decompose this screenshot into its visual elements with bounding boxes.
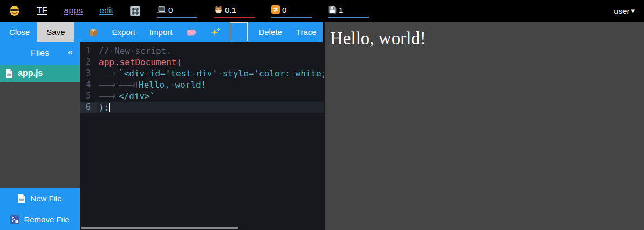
user-menu[interactable]: user ▾ bbox=[614, 6, 635, 16]
code-line[interactable]: ); bbox=[97, 102, 324, 113]
soap-icon[interactable] bbox=[186, 28, 196, 36]
delete-button[interactable]: Delete bbox=[258, 27, 282, 37]
code-token: Hello,·world! bbox=[139, 80, 206, 90]
code-token: app bbox=[99, 57, 114, 67]
line-number: 6 bbox=[80, 102, 97, 113]
hamster-icon bbox=[214, 6, 223, 14]
space-whitespace-marker: · bbox=[109, 46, 114, 56]
new-file-button[interactable]: New File bbox=[0, 188, 80, 209]
text-cursor bbox=[109, 103, 110, 112]
hamster-counter-input[interactable]: 0.1 bbox=[214, 4, 255, 18]
preview-heading: Hello, world! bbox=[330, 29, 644, 48]
code-lines: //·New·script.app.setDocument(`<div·id='… bbox=[97, 45, 324, 113]
editor-toolbar: Close Save Export Import Delete Trace bbox=[0, 22, 323, 42]
space-whitespace-marker: · bbox=[217, 68, 223, 79]
file-item-appjs[interactable]: app.js bbox=[0, 65, 80, 82]
space-whitespace-marker: · bbox=[130, 46, 135, 56]
export-button[interactable]: Export bbox=[112, 27, 135, 37]
line-number: 5 bbox=[80, 90, 97, 102]
new-file-label: New File bbox=[30, 194, 61, 203]
close-button[interactable]: Close bbox=[9, 27, 30, 37]
line-number: 3 bbox=[80, 68, 97, 79]
code-token: ( bbox=[177, 57, 182, 67]
remove-file-icon bbox=[10, 215, 19, 224]
caret-down-icon: ▾ bbox=[631, 6, 635, 16]
laptop-counter-input[interactable]: 0 bbox=[157, 4, 197, 18]
space-whitespace-marker: · bbox=[170, 80, 175, 90]
package-icon[interactable] bbox=[88, 27, 98, 37]
laptop-icon bbox=[157, 6, 166, 14]
blank-toolbar-button[interactable] bbox=[230, 22, 248, 41]
code-token: setDocument bbox=[120, 57, 177, 67]
save-button[interactable]: Save bbox=[37, 22, 74, 42]
counter-value: 0.1 bbox=[225, 5, 236, 15]
tab-whitespace-marker bbox=[119, 82, 137, 88]
file-icon bbox=[5, 69, 13, 78]
sunglasses-face-icon[interactable] bbox=[9, 5, 20, 16]
file-name: app.js bbox=[18, 68, 43, 78]
line-number-gutter: 123456 bbox=[80, 45, 97, 113]
code-token: ); bbox=[99, 102, 109, 113]
code-token: </div>` bbox=[119, 91, 155, 101]
new-file-icon bbox=[18, 194, 25, 203]
tab-whitespace-marker bbox=[99, 94, 117, 99]
import-button[interactable]: Import bbox=[149, 27, 173, 37]
counter-value: 0 bbox=[168, 5, 173, 15]
code-token: `<div·id='test-div'·style='color:·white;… bbox=[119, 68, 324, 79]
code-line[interactable]: </div>` bbox=[97, 90, 324, 102]
space-whitespace-marker: · bbox=[145, 68, 150, 79]
counter-value: 1 bbox=[339, 5, 343, 15]
control-knobs-icon[interactable] bbox=[130, 6, 140, 16]
line-number: 1 bbox=[80, 45, 97, 57]
files-panel-header: Files « bbox=[0, 42, 80, 65]
collapse-sidebar-button[interactable]: « bbox=[68, 47, 73, 57]
repeat-counter-input[interactable]: 0 bbox=[271, 4, 312, 18]
files-sidebar: Files « app.js bbox=[0, 42, 80, 230]
repeat-icon bbox=[271, 5, 280, 14]
line-number: 2 bbox=[80, 57, 97, 68]
sidebar-actions: New File Remove File bbox=[0, 188, 80, 230]
app-preview-panel: Hello, world! bbox=[324, 22, 644, 230]
remove-file-label: Remove File bbox=[24, 215, 69, 224]
nav-link-apps[interactable]: apps bbox=[64, 6, 83, 16]
remove-file-button[interactable]: Remove File bbox=[0, 209, 80, 230]
topbar: TF apps edit 0 bbox=[0, 0, 644, 22]
floppy-icon bbox=[328, 6, 337, 14]
code-line[interactable]: //·New·script. bbox=[97, 45, 324, 57]
trace-button[interactable]: Trace bbox=[296, 27, 317, 37]
code-editor[interactable]: 123456 //·New·script.app.setDocument(`<d… bbox=[80, 42, 324, 230]
tab-whitespace-marker bbox=[99, 82, 117, 88]
horizontal-scrollbar-thumb[interactable] bbox=[81, 227, 238, 229]
user-menu-label: user bbox=[614, 6, 629, 16]
code-token: //·New·script. bbox=[99, 46, 172, 56]
code-line[interactable]: `<div·id='test-div'·style='color:·white;… bbox=[97, 68, 324, 79]
floppy-counter-input[interactable]: 1 bbox=[328, 4, 369, 18]
sparkles-icon[interactable] bbox=[210, 27, 221, 37]
code-token: . bbox=[114, 57, 120, 67]
nav-link-edit[interactable]: edit bbox=[99, 6, 113, 16]
tab-whitespace-marker bbox=[99, 71, 117, 76]
files-panel-title: Files bbox=[31, 48, 49, 58]
code-line[interactable]: Hello,·world! bbox=[97, 79, 324, 90]
counter-value: 0 bbox=[282, 5, 286, 15]
line-number: 4 bbox=[80, 79, 97, 90]
space-whitespace-marker: · bbox=[290, 68, 296, 79]
nav-link-tf[interactable]: TF bbox=[37, 6, 47, 16]
code-line[interactable]: app.setDocument( bbox=[97, 57, 324, 68]
